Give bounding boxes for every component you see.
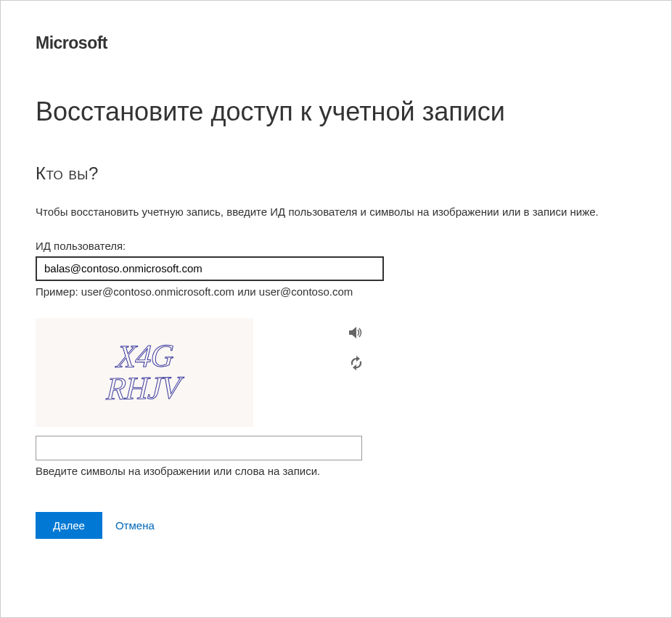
page-title: Восстановите доступ к учетной записи — [36, 97, 636, 127]
sub-title: Кто вы? — [36, 163, 636, 184]
captcha-input[interactable] — [36, 436, 362, 460]
captcha-image: X4G RHJV — [36, 318, 253, 427]
user-id-example: Пример: user@contoso.onmicrosoft.com или… — [36, 285, 636, 298]
user-id-input[interactable] — [36, 256, 384, 281]
captcha-image-text: X4G RHJV — [106, 340, 183, 405]
microsoft-logo: Microsoft — [36, 33, 636, 53]
instructions-text: Чтобы восстановить учетную запись, введи… — [36, 204, 623, 221]
audio-captcha-icon[interactable] — [348, 324, 365, 341]
refresh-captcha-icon[interactable] — [348, 354, 365, 372]
captcha-hint: Введите символы на изображении или слова… — [36, 465, 636, 477]
user-id-label: ИД пользователя: — [36, 240, 636, 252]
next-button[interactable]: Далее — [36, 512, 102, 539]
cancel-link[interactable]: Отмена — [115, 519, 155, 532]
